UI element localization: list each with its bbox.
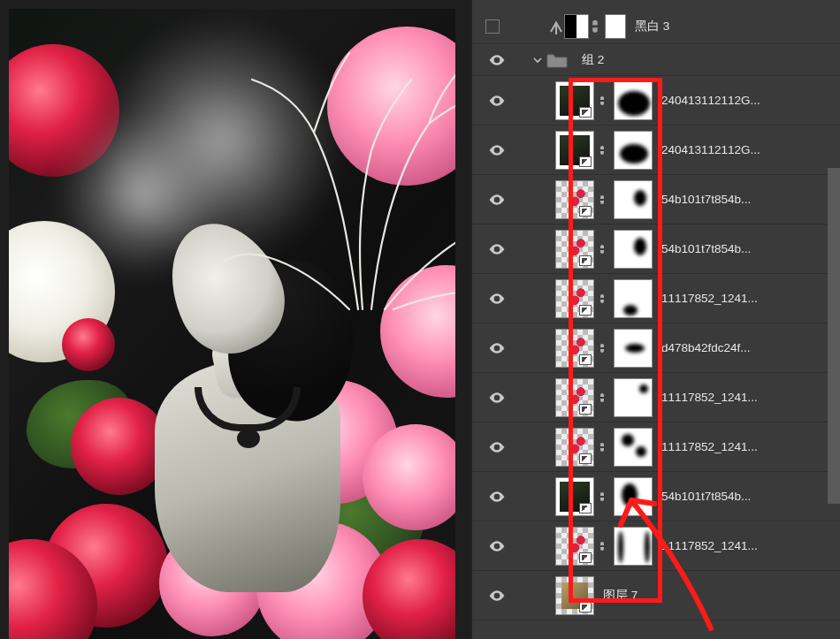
- layer-mask-thumbnail[interactable]: [614, 378, 653, 417]
- smart-object-badge: [579, 453, 592, 464]
- layer-mask-thumbnail[interactable]: [614, 131, 653, 170]
- layer-thumbnail[interactable]: [555, 279, 594, 318]
- svg-point-2: [495, 148, 498, 151]
- link-icon[interactable]: [596, 441, 608, 453]
- smart-object-badge: [579, 404, 592, 415]
- eye-icon[interactable]: [487, 586, 507, 605]
- layer-thumbnail[interactable]: [555, 81, 594, 120]
- layers-list[interactable]: 黑白 3 组 2: [472, 0, 840, 620]
- layer-row[interactable]: 11117852_1241...: [472, 521, 840, 571]
- eye-icon[interactable]: [487, 339, 507, 358]
- layer-mask-thumbnail[interactable]: [614, 81, 653, 120]
- layer-name[interactable]: 54b101t7t854b...: [661, 242, 751, 255]
- layer-mask-thumbnail[interactable]: [614, 230, 653, 269]
- smart-object-badge: [579, 503, 592, 513]
- layer-name[interactable]: 11117852_1241...: [661, 391, 758, 404]
- layer-name[interactable]: 54b101t7t854b...: [661, 490, 751, 503]
- layer-mask-thumbnail[interactable]: [614, 428, 653, 467]
- layer-thumbnail[interactable]: [555, 576, 594, 615]
- smart-object-badge: [579, 156, 592, 167]
- eye-icon[interactable]: [487, 437, 507, 457]
- eye-icon[interactable]: [487, 190, 507, 209]
- svg-point-0: [495, 58, 498, 61]
- svg-point-3: [495, 198, 498, 201]
- layer-thumbnail[interactable]: [555, 477, 594, 516]
- layer-thumbnail[interactable]: [555, 131, 594, 170]
- scrollbar[interactable]: [828, 168, 840, 504]
- eye-icon[interactable]: [487, 487, 507, 506]
- layer-mask-thumbnail[interactable]: [614, 477, 653, 516]
- document-viewport[interactable]: [0, 0, 471, 639]
- smart-object-badge: [579, 255, 592, 266]
- group-name[interactable]: 组 2: [582, 52, 604, 68]
- link-icon[interactable]: [596, 540, 608, 552]
- layer-thumbnail[interactable]: [555, 527, 594, 566]
- svg-point-11: [495, 594, 498, 597]
- link-icon[interactable]: [596, 293, 608, 305]
- layer-row[interactable]: 54b101t7t854b...: [472, 472, 840, 521]
- layer-mask-thumbnail[interactable]: [614, 329, 653, 368]
- link-icon[interactable]: [596, 491, 608, 503]
- eye-icon[interactable]: [487, 50, 507, 70]
- layer-name[interactable]: 11117852_1241...: [661, 292, 758, 305]
- adjustment-thumbnail[interactable]: [564, 14, 589, 39]
- canvas[interactable]: [9, 9, 455, 639]
- chevron-down-icon[interactable]: [532, 55, 543, 65]
- layer-row-group[interactable]: 组 2: [472, 44, 840, 76]
- layer-mask-thumbnail[interactable]: [614, 279, 653, 318]
- smart-object-badge: [579, 552, 592, 563]
- layer-name[interactable]: 11117852_1241...: [661, 440, 758, 453]
- layer-row[interactable]: 54b101t7t854b...: [472, 224, 840, 274]
- layer-row[interactable]: 11117852_1241...: [472, 422, 840, 472]
- layer-thumbnail[interactable]: [555, 230, 594, 269]
- smart-object-badge: [579, 107, 592, 118]
- layer-row[interactable]: 240413112112G...: [472, 76, 840, 126]
- eye-icon[interactable]: [487, 388, 507, 407]
- layer-name[interactable]: 240413112112G...: [661, 94, 760, 107]
- svg-point-10: [495, 544, 498, 547]
- eye-icon[interactable]: [487, 536, 507, 556]
- svg-point-1: [495, 99, 498, 102]
- layer-row[interactable]: 11117852_1241...: [472, 373, 840, 422]
- layer-name[interactable]: d478b42fdc24f...: [661, 341, 751, 354]
- layer-name[interactable]: 黑白 3: [635, 19, 669, 34]
- svg-point-8: [495, 445, 498, 448]
- link-icon[interactable]: [596, 342, 608, 354]
- layer-thumbnail[interactable]: [555, 329, 594, 368]
- link-icon[interactable]: [596, 144, 608, 156]
- eye-icon[interactable]: [487, 91, 507, 110]
- figure: [146, 230, 349, 610]
- layer-row[interactable]: 240413112112G...: [472, 126, 840, 175]
- link-icon[interactable]: [589, 18, 601, 35]
- layer-row[interactable]: 11117852_1241...: [472, 274, 840, 323]
- layer-mask-thumbnail[interactable]: [614, 180, 653, 219]
- smart-object-badge: [579, 206, 592, 217]
- link-icon[interactable]: [596, 392, 608, 404]
- layer-mask-thumbnail[interactable]: [605, 14, 626, 39]
- layer-row[interactable]: d478b42fdc24f...: [472, 323, 840, 373]
- layer-thumbnail[interactable]: [555, 378, 594, 417]
- eye-icon[interactable]: [487, 289, 507, 308]
- flower-red: [62, 318, 115, 371]
- link-icon[interactable]: [596, 243, 608, 255]
- link-icon[interactable]: [596, 95, 608, 107]
- folder-icon: [546, 52, 568, 68]
- eye-icon[interactable]: [487, 141, 507, 160]
- layer-row-adjustment[interactable]: 黑白 3: [472, 9, 840, 44]
- smart-object-badge: [579, 354, 592, 365]
- layer-name[interactable]: 图层 7: [603, 588, 638, 604]
- layer-name[interactable]: 54b101t7t854b...: [661, 193, 751, 206]
- layer-row[interactable]: 54b101t7t854b...: [472, 175, 840, 224]
- eye-icon[interactable]: [487, 240, 507, 259]
- app-root: 黑白 3 组 2: [0, 0, 840, 639]
- visibility-checkbox[interactable]: [485, 19, 500, 34]
- layer-name[interactable]: 11117852_1241...: [661, 539, 758, 552]
- layer-name[interactable]: 240413112112G...: [661, 143, 760, 156]
- layer-mask-thumbnail[interactable]: [614, 527, 653, 566]
- layer-thumbnail[interactable]: [555, 180, 594, 219]
- smart-object-badge: [579, 602, 592, 612]
- layer-thumbnail[interactable]: [555, 428, 594, 467]
- svg-point-6: [495, 346, 498, 349]
- link-icon[interactable]: [596, 194, 608, 206]
- layer-row[interactable]: 图层 7: [472, 571, 840, 620]
